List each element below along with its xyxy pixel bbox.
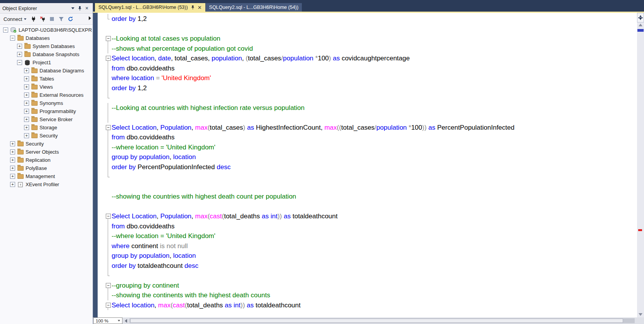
disconnect-plug-button[interactable] [39, 15, 46, 23]
code-line[interactable] [98, 172, 637, 182]
code-line[interactable]: Select location, max(cast(total_deaths a… [98, 300, 637, 310]
code-line[interactable]: where continent is not null [98, 241, 637, 251]
code-line[interactable]: order by 1,2 [98, 14, 637, 24]
tree-item-project1[interactable]: −Project1 [0, 58, 93, 67]
horizontal-scrollbar[interactable] [129, 318, 635, 323]
toolbar-overflow-icon[interactable] [89, 16, 91, 20]
expand-icon[interactable]: + [24, 68, 29, 73]
expand-icon[interactable]: + [17, 52, 22, 57]
expand-icon[interactable]: + [24, 133, 29, 138]
scroll-down-arrow-icon[interactable] [639, 313, 642, 316]
code-line[interactable]: --Looking at total cases vs population [98, 34, 637, 44]
code-line[interactable] [98, 202, 637, 212]
tree-item-database-diagrams[interactable]: +Database Diagrams [0, 67, 93, 75]
code-line[interactable]: where location = 'United Kingdom' [98, 73, 637, 83]
fold-collapse-box[interactable] [105, 211, 111, 221]
tree-item-polybase[interactable]: +PolyBase [0, 164, 93, 172]
filter-button[interactable] [57, 15, 65, 23]
tree-item-management[interactable]: +Management [0, 172, 93, 180]
code-line[interactable]: group by population, location [98, 251, 637, 261]
expand-icon[interactable]: + [24, 101, 29, 106]
fold-collapse-box[interactable] [105, 34, 111, 44]
tree-item-programmability[interactable]: +Programmability [0, 107, 93, 115]
code-line[interactable]: --shows what percentage of population go… [98, 44, 637, 54]
code-line[interactable] [98, 24, 637, 34]
window-position-button[interactable] [69, 5, 76, 12]
fold-collapse-box[interactable] [105, 53, 111, 63]
collapse-icon[interactable]: − [17, 60, 22, 65]
tree-item-replication[interactable]: +Replication [0, 156, 93, 164]
code-line[interactable]: Select Location, Population, max(total_c… [98, 123, 637, 133]
expand-icon[interactable]: + [10, 158, 15, 163]
code-area[interactable]: order by 1,2--Looking at total cases vs … [98, 14, 637, 310]
close-icon[interactable]: ✕ [198, 5, 202, 10]
expand-icon[interactable]: + [17, 44, 22, 49]
code-line[interactable]: --grouping by continent [98, 281, 637, 291]
expand-icon[interactable]: + [24, 109, 29, 114]
refresh-button[interactable] [67, 15, 74, 23]
tree-item-system-databases[interactable]: +System Databases [0, 42, 93, 50]
expand-icon[interactable]: + [10, 174, 15, 179]
expand-icon[interactable]: + [10, 149, 15, 154]
tab-sqlquery1[interactable]: SQLQuery1.sql - L...GB3H6R\Home (53)) ✕ [95, 3, 205, 12]
code-line[interactable]: order by totaldeathcount desc [98, 261, 637, 271]
connect-button[interactable]: Connect [2, 15, 28, 23]
tree-item-server-objects[interactable]: +Server Objects [0, 148, 93, 156]
code-line[interactable]: --where location = 'United Kingdom' [98, 231, 637, 241]
horizontal-scroll-thumb[interactable] [130, 319, 623, 323]
vertical-scrollbar[interactable] [637, 13, 644, 317]
tree-item-security[interactable]: +Security [0, 140, 93, 148]
tree-item-database-snapshots[interactable]: +Database Snapshots [0, 50, 93, 58]
pin-button[interactable] [76, 5, 83, 12]
pin-icon[interactable] [191, 5, 195, 10]
zoom-level-select[interactable]: 100 % [93, 317, 122, 324]
expand-icon[interactable]: + [24, 93, 29, 98]
stop-button[interactable] [48, 15, 56, 23]
code-line[interactable] [98, 182, 637, 192]
code-line[interactable]: --showing the continents with the highes… [98, 290, 637, 300]
code-line[interactable]: from dbo.coviddeaths [98, 63, 637, 74]
code-line[interactable]: --Looking at countries with highest infe… [98, 103, 637, 113]
code-line[interactable]: --where location = 'United Kingdom' [98, 142, 637, 153]
expand-icon[interactable]: + [24, 125, 29, 130]
tree-item-service-broker[interactable]: +Service Broker [0, 115, 93, 123]
code-line[interactable]: from dbo.coviddeaths [98, 221, 637, 231]
code-line[interactable]: Select Location, Population, max(cast(to… [98, 211, 637, 221]
sql-editor[interactable]: order by 1,2--Looking at total cases vs … [98, 13, 637, 317]
code-line[interactable]: --showing the countries with highest dea… [98, 192, 637, 202]
tree-item-tables[interactable]: +Tables [0, 75, 93, 83]
tree-item-external-resources[interactable]: +External Resources [0, 91, 93, 99]
fold-collapse-box[interactable] [105, 300, 111, 310]
editor-splitter-handle[interactable] [637, 13, 644, 22]
expand-icon[interactable]: + [10, 166, 15, 171]
collapse-icon[interactable]: − [10, 36, 15, 41]
vertical-scroll-thumb[interactable] [637, 29, 644, 32]
tree-item-synonyms[interactable]: +Synonyms [0, 99, 93, 107]
tree-item-views[interactable]: +Views [0, 83, 93, 91]
fold-collapse-box[interactable] [105, 281, 111, 291]
expand-icon[interactable]: + [10, 182, 15, 187]
tree-item-storage[interactable]: +Storage [0, 123, 93, 132]
code-line[interactable] [98, 271, 637, 281]
fold-collapse-box[interactable] [105, 123, 111, 133]
code-line[interactable]: order by 1,2 [98, 83, 637, 93]
code-line[interactable]: Select location, date, total_cases, popu… [98, 53, 637, 63]
expand-icon[interactable]: + [10, 141, 15, 146]
connect-plug-button[interactable] [29, 15, 37, 23]
code-line[interactable] [98, 93, 637, 103]
expand-icon[interactable]: + [24, 84, 29, 89]
tree-item-security[interactable]: +Security [0, 132, 93, 140]
expand-icon[interactable]: + [24, 117, 29, 122]
tree-item-laptop-u2gb3h6r-sqlexpr[interactable]: −LAPTOP-U2GB3H6R\SQLEXPR [0, 26, 93, 34]
collapse-icon[interactable]: − [3, 27, 8, 33]
scroll-up-arrow-icon[interactable] [639, 24, 642, 26]
tree-item-databases[interactable]: −Databases [0, 34, 93, 42]
code-line[interactable] [98, 113, 637, 123]
expand-icon[interactable]: + [24, 76, 29, 81]
scroll-left-arrow-icon[interactable] [125, 319, 127, 323]
code-line[interactable]: group by population, location [98, 152, 637, 162]
code-line[interactable]: order by PercentPopulationInfected desc [98, 162, 637, 172]
code-line[interactable]: from dbo.coviddeaths [98, 132, 637, 142]
tab-sqlquery2[interactable]: SQLQuery2.sql - L...GB3H6R\Home (54)) [206, 3, 302, 12]
tree-item-xevent-profiler[interactable]: +XEvent Profiler [0, 180, 93, 189]
